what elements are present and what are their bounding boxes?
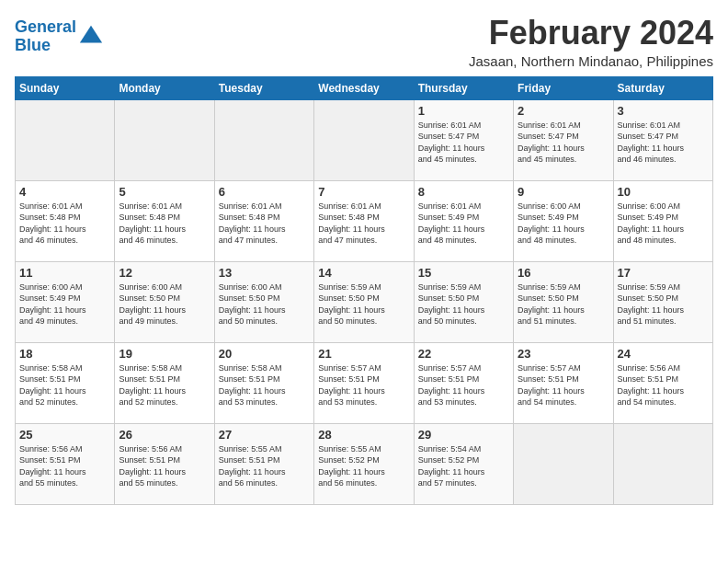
day-info: Sunrise: 5:54 AM Sunset: 5:52 PM Dayligh… xyxy=(418,443,509,489)
logo-text: GeneralBlue xyxy=(15,18,76,55)
calendar-cell: 9Sunrise: 6:00 AM Sunset: 5:49 PM Daylig… xyxy=(514,180,613,261)
calendar-cell: 28Sunrise: 5:55 AM Sunset: 5:52 PM Dayli… xyxy=(314,423,414,504)
day-number: 13 xyxy=(219,266,310,280)
day-number: 5 xyxy=(119,185,210,199)
day-number: 29 xyxy=(418,428,509,442)
day-number: 16 xyxy=(518,266,609,280)
day-number: 21 xyxy=(318,347,409,361)
calendar-cell: 13Sunrise: 6:00 AM Sunset: 5:50 PM Dayli… xyxy=(214,261,313,342)
calendar-cell: 5Sunrise: 6:01 AM Sunset: 5:48 PM Daylig… xyxy=(115,180,214,261)
day-info: Sunrise: 5:56 AM Sunset: 5:51 PM Dayligh… xyxy=(618,362,709,408)
calendar-cell: 24Sunrise: 5:56 AM Sunset: 5:51 PM Dayli… xyxy=(613,342,712,423)
day-info: Sunrise: 5:56 AM Sunset: 5:51 PM Dayligh… xyxy=(19,443,110,489)
day-info: Sunrise: 6:00 AM Sunset: 5:49 PM Dayligh… xyxy=(518,201,609,247)
calendar-cell: 22Sunrise: 5:57 AM Sunset: 5:51 PM Dayli… xyxy=(414,342,513,423)
day-number: 8 xyxy=(418,185,509,199)
day-number: 10 xyxy=(618,185,709,199)
day-info: Sunrise: 6:00 AM Sunset: 5:49 PM Dayligh… xyxy=(19,282,110,327)
day-info: Sunrise: 6:00 AM Sunset: 5:49 PM Dayligh… xyxy=(618,201,709,247)
calendar-cell: 8Sunrise: 6:01 AM Sunset: 5:49 PM Daylig… xyxy=(414,180,513,261)
day-number: 28 xyxy=(318,428,409,442)
calendar-cell: 18Sunrise: 5:58 AM Sunset: 5:51 PM Dayli… xyxy=(16,342,115,423)
day-number: 4 xyxy=(19,185,110,199)
header-day: Sunday xyxy=(16,76,115,99)
calendar-week: 18Sunrise: 5:58 AM Sunset: 5:51 PM Dayli… xyxy=(16,342,713,423)
day-info: Sunrise: 5:55 AM Sunset: 5:52 PM Dayligh… xyxy=(318,443,409,489)
calendar-cell: 1Sunrise: 6:01 AM Sunset: 5:47 PM Daylig… xyxy=(414,99,513,180)
calendar-cell: 14Sunrise: 5:59 AM Sunset: 5:50 PM Dayli… xyxy=(314,261,414,342)
day-number: 1 xyxy=(418,104,509,118)
header: GeneralBlue February 2024 Jasaan, Northe… xyxy=(15,15,713,69)
header-day: Monday xyxy=(115,76,214,99)
calendar-cell: 3Sunrise: 6:01 AM Sunset: 5:47 PM Daylig… xyxy=(613,99,712,180)
calendar-cell: 23Sunrise: 5:57 AM Sunset: 5:51 PM Dayli… xyxy=(514,342,613,423)
logo: GeneralBlue xyxy=(15,18,104,55)
calendar-cell: 17Sunrise: 5:59 AM Sunset: 5:50 PM Dayli… xyxy=(613,261,712,342)
day-info: Sunrise: 5:58 AM Sunset: 5:51 PM Dayligh… xyxy=(119,362,210,408)
day-number: 6 xyxy=(219,185,310,199)
calendar-cell: 19Sunrise: 5:58 AM Sunset: 5:51 PM Dayli… xyxy=(115,342,214,423)
day-number: 9 xyxy=(518,185,609,199)
day-info: Sunrise: 6:01 AM Sunset: 5:48 PM Dayligh… xyxy=(219,201,310,247)
day-info: Sunrise: 6:00 AM Sunset: 5:50 PM Dayligh… xyxy=(219,282,310,327)
calendar-cell xyxy=(514,423,613,504)
calendar-cell: 26Sunrise: 5:56 AM Sunset: 5:51 PM Dayli… xyxy=(115,423,214,504)
calendar-table: SundayMondayTuesdayWednesdayThursdayFrid… xyxy=(15,76,713,505)
calendar-cell: 25Sunrise: 5:56 AM Sunset: 5:51 PM Dayli… xyxy=(16,423,115,504)
calendar-cell xyxy=(115,99,214,180)
calendar-week: 11Sunrise: 6:00 AM Sunset: 5:49 PM Dayli… xyxy=(16,261,713,342)
calendar-cell: 2Sunrise: 6:01 AM Sunset: 5:47 PM Daylig… xyxy=(514,99,613,180)
calendar-cell: 12Sunrise: 6:00 AM Sunset: 5:50 PM Dayli… xyxy=(115,261,214,342)
calendar-week: 4Sunrise: 6:01 AM Sunset: 5:48 PM Daylig… xyxy=(16,180,713,261)
day-info: Sunrise: 6:01 AM Sunset: 5:47 PM Dayligh… xyxy=(518,120,609,166)
day-number: 2 xyxy=(518,104,609,118)
calendar-cell: 27Sunrise: 5:55 AM Sunset: 5:51 PM Dayli… xyxy=(214,423,313,504)
calendar-week: 25Sunrise: 5:56 AM Sunset: 5:51 PM Dayli… xyxy=(16,423,713,504)
day-number: 25 xyxy=(19,428,110,442)
calendar-body: 1Sunrise: 6:01 AM Sunset: 5:47 PM Daylig… xyxy=(16,99,713,504)
header-day: Thursday xyxy=(414,76,513,99)
calendar-cell: 20Sunrise: 5:58 AM Sunset: 5:51 PM Dayli… xyxy=(214,342,313,423)
calendar-cell: 6Sunrise: 6:01 AM Sunset: 5:48 PM Daylig… xyxy=(214,180,313,261)
calendar-cell xyxy=(613,423,712,504)
calendar-cell: 11Sunrise: 6:00 AM Sunset: 5:49 PM Dayli… xyxy=(16,261,115,342)
day-number: 18 xyxy=(19,347,110,361)
day-info: Sunrise: 6:01 AM Sunset: 5:48 PM Dayligh… xyxy=(119,201,210,247)
day-number: 17 xyxy=(618,266,709,280)
header-day: Friday xyxy=(514,76,613,99)
day-number: 26 xyxy=(119,428,210,442)
header-row: SundayMondayTuesdayWednesdayThursdayFrid… xyxy=(16,76,713,99)
day-info: Sunrise: 5:58 AM Sunset: 5:51 PM Dayligh… xyxy=(19,362,110,408)
day-info: Sunrise: 6:01 AM Sunset: 5:49 PM Dayligh… xyxy=(418,201,509,247)
header-day: Wednesday xyxy=(314,76,414,99)
day-info: Sunrise: 6:01 AM Sunset: 5:47 PM Dayligh… xyxy=(618,120,709,166)
calendar-subtitle: Jasaan, Northern Mindanao, Philippines xyxy=(469,53,713,69)
day-info: Sunrise: 5:59 AM Sunset: 5:50 PM Dayligh… xyxy=(618,282,709,327)
calendar-cell xyxy=(16,99,115,180)
calendar-cell: 15Sunrise: 5:59 AM Sunset: 5:50 PM Dayli… xyxy=(414,261,513,342)
day-info: Sunrise: 5:57 AM Sunset: 5:51 PM Dayligh… xyxy=(418,362,509,408)
day-info: Sunrise: 5:56 AM Sunset: 5:51 PM Dayligh… xyxy=(119,443,210,489)
day-number: 20 xyxy=(219,347,310,361)
calendar-cell: 29Sunrise: 5:54 AM Sunset: 5:52 PM Dayli… xyxy=(414,423,513,504)
title-area: February 2024 Jasaan, Northern Mindanao,… xyxy=(469,15,713,69)
calendar-cell: 16Sunrise: 5:59 AM Sunset: 5:50 PM Dayli… xyxy=(514,261,613,342)
day-number: 7 xyxy=(318,185,409,199)
day-number: 24 xyxy=(618,347,709,361)
header-day: Tuesday xyxy=(214,76,313,99)
day-info: Sunrise: 5:57 AM Sunset: 5:51 PM Dayligh… xyxy=(318,362,409,408)
calendar-cell: 7Sunrise: 6:01 AM Sunset: 5:48 PM Daylig… xyxy=(314,180,414,261)
day-info: Sunrise: 6:01 AM Sunset: 5:48 PM Dayligh… xyxy=(19,201,110,247)
calendar-cell: 21Sunrise: 5:57 AM Sunset: 5:51 PM Dayli… xyxy=(314,342,414,423)
calendar-week: 1Sunrise: 6:01 AM Sunset: 5:47 PM Daylig… xyxy=(16,99,713,180)
day-number: 12 xyxy=(119,266,210,280)
day-number: 19 xyxy=(119,347,210,361)
day-number: 22 xyxy=(418,347,509,361)
svg-marker-0 xyxy=(80,26,102,43)
day-info: Sunrise: 5:59 AM Sunset: 5:50 PM Dayligh… xyxy=(518,282,609,327)
day-info: Sunrise: 6:01 AM Sunset: 5:47 PM Dayligh… xyxy=(418,120,509,166)
day-number: 11 xyxy=(19,266,110,280)
calendar-header: SundayMondayTuesdayWednesdayThursdayFrid… xyxy=(16,76,713,99)
logo-icon xyxy=(78,24,104,50)
day-number: 23 xyxy=(518,347,609,361)
